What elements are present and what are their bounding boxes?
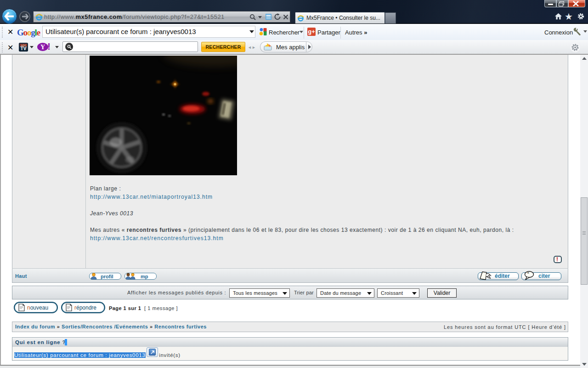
svg-text:”: ” — [527, 271, 530, 276]
